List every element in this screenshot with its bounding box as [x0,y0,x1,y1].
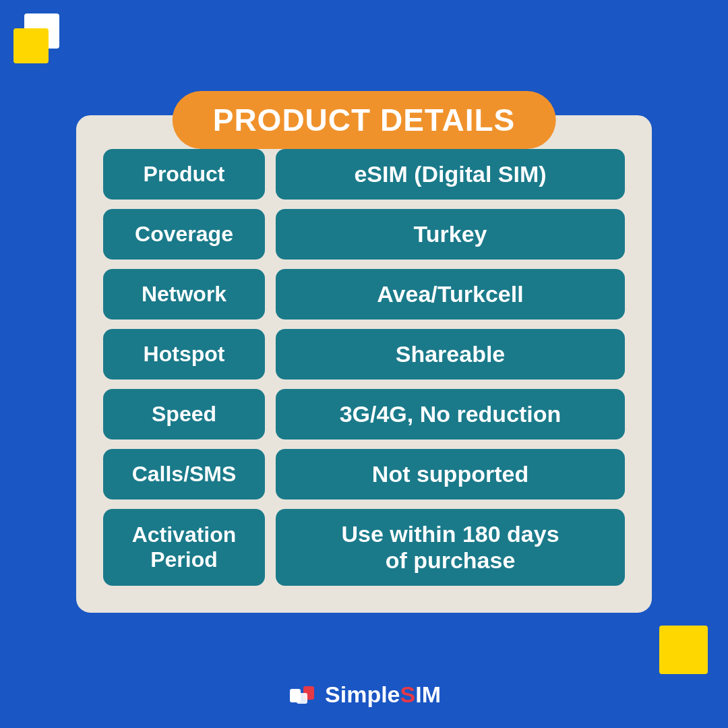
row-label: Product [144,162,225,187]
table-row: HotspotShareable [103,329,625,380]
row-label: Calls/SMS [132,462,237,487]
row-label: Coverage [135,222,233,247]
row-value: Use within 180 days of purchase [341,521,559,574]
label-cell: Hotspot [103,329,265,380]
row-label: Network [142,282,226,307]
simplesim-logo-icon [287,679,317,709]
value-cell: Avea/Turkcell [276,269,625,320]
value-cell: eSIM (Digital SIM) [276,149,625,200]
table-row: Calls/SMSNot supported [103,449,625,499]
value-cell: Use within 180 days of purchase [276,509,625,586]
label-cell: Calls/SMS [103,449,265,499]
title-badge: PRODUCT DETAILS [173,91,556,149]
corner-decoration-bottom-right [659,626,708,674]
table-row: NetworkAvea/Turkcell [103,269,625,320]
row-label: Hotspot [144,342,225,367]
row-value: Shareable [396,341,506,367]
corner-decoration-top-left [13,13,67,67]
label-cell: Product [103,149,265,200]
row-value: Avea/Turkcell [377,281,523,307]
table-row: ProducteSIM (Digital SIM) [103,149,625,200]
svg-rect-2 [297,693,307,704]
row-value: 3G/4G, No reduction [340,401,562,427]
value-cell: Turkey [276,209,625,260]
table-row: Speed3G/4G, No reduction [103,389,625,439]
value-cell: Not supported [276,449,625,499]
brand-name: SimpleSIM [325,681,441,708]
row-value: Not supported [372,461,528,487]
value-cell: Shareable [276,329,625,380]
row-label: Activation Period [132,522,237,572]
label-cell: Network [103,269,265,320]
page-title: PRODUCT DETAILS [213,102,516,138]
value-cell: 3G/4G, No reduction [276,389,625,439]
row-value: Turkey [414,221,487,247]
product-details-card: PRODUCT DETAILS ProducteSIM (Digital SIM… [74,113,654,615]
table-row: CoverageTurkey [103,209,625,260]
table-row: Activation PeriodUse within 180 days of … [103,509,625,586]
label-cell: Activation Period [103,509,265,586]
yellow-square-decoration [13,28,49,63]
details-rows-container: ProducteSIM (Digital SIM)CoverageTurkeyN… [103,149,625,586]
row-label: Speed [152,402,216,427]
footer: SimpleSIM [287,679,441,709]
label-cell: Speed [103,389,265,439]
row-value: eSIM (Digital SIM) [354,161,546,187]
label-cell: Coverage [103,209,265,260]
